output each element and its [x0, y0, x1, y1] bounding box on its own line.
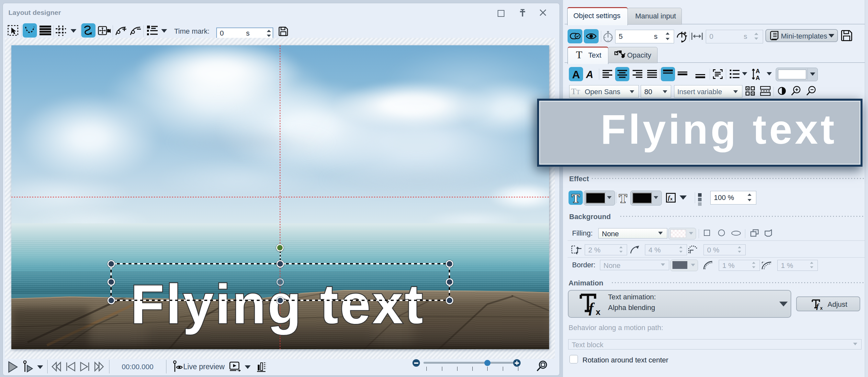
- svg-text:f: f: [589, 300, 595, 316]
- svg-text:A: A: [756, 68, 760, 74]
- svg-text:x: x: [820, 306, 823, 310]
- svg-text:x: x: [596, 307, 600, 316]
- svg-text:f: f: [816, 302, 819, 310]
- svg-text:x: x: [670, 196, 673, 201]
- svg-text:A: A: [756, 75, 760, 81]
